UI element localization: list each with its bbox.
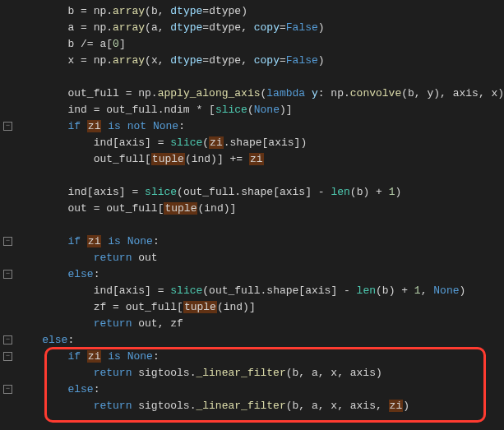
code-token: [ xyxy=(177,301,183,313)
code-line[interactable] xyxy=(16,168,504,184)
code-token: = xyxy=(202,5,209,17)
code-token: slice xyxy=(145,186,177,198)
code-token: tuple xyxy=(183,301,217,313)
code-token: axis xyxy=(350,400,376,412)
code-token: = xyxy=(106,301,125,313)
code-token xyxy=(121,120,127,132)
code-token: slice xyxy=(215,104,247,116)
code-token: x xyxy=(331,367,337,379)
fold-toggle-icon[interactable]: − xyxy=(3,270,12,279)
code-token: ind xyxy=(224,301,243,313)
code-token: slice xyxy=(170,284,202,297)
code-token: : xyxy=(94,383,100,395)
fold-toggle-icon[interactable]: − xyxy=(3,237,12,246)
code-token: ( xyxy=(247,104,254,116)
fold-toggle-icon[interactable]: − xyxy=(3,352,12,361)
code-token: ( xyxy=(202,284,209,297)
code-token: tuple xyxy=(164,202,197,215)
code-line[interactable] xyxy=(16,217,504,233)
code-line[interactable]: if zi is None: xyxy=(16,233,504,250)
code-token: ( xyxy=(286,400,293,412)
code-token: [ xyxy=(113,284,119,297)
code-token: , xyxy=(298,400,312,412)
fold-toggle-icon[interactable]: − xyxy=(3,122,12,131)
code-token: . xyxy=(344,87,350,99)
code-token: = xyxy=(280,21,286,34)
code-token: ) + xyxy=(389,284,414,297)
code-line[interactable]: if zi is None: xyxy=(16,349,504,365)
code-token: zf xyxy=(94,301,107,313)
code-token: a xyxy=(151,21,158,34)
code-line[interactable]: return out xyxy=(16,250,504,266)
code-token xyxy=(81,350,87,363)
code-line[interactable]: else: xyxy=(16,381,504,398)
code-token: out_full xyxy=(106,104,157,116)
fold-toggle-icon[interactable]: − xyxy=(3,385,12,394)
code-token: out_full xyxy=(126,301,177,313)
code-line[interactable]: ind[axis] = slice(zi.shape[axis]) xyxy=(16,135,504,151)
code-line[interactable]: b /= a[0] xyxy=(16,36,504,53)
code-token: ( xyxy=(145,5,151,17)
code-token: out_full xyxy=(209,284,260,297)
code-line[interactable]: return out, zf xyxy=(16,316,504,332)
code-token: [ xyxy=(106,38,113,50)
code-token: : xyxy=(153,235,160,247)
code-token: ] xyxy=(119,38,126,50)
code-token: return xyxy=(94,400,132,412)
code-token: shape xyxy=(241,186,273,198)
code-token: , xyxy=(337,367,350,379)
code-token: dtype xyxy=(170,5,202,17)
code-line[interactable]: b = np.array(b, dtype=dtype) xyxy=(16,3,504,20)
code-token: apply_along_axis xyxy=(158,87,261,99)
code-line[interactable]: else: xyxy=(16,332,504,349)
code-token: ( xyxy=(145,21,151,34)
code-token: ( xyxy=(286,367,293,379)
code-token: is xyxy=(108,350,121,363)
code-token: x xyxy=(151,54,158,67)
code-token: ) xyxy=(460,284,466,297)
code-token: , xyxy=(158,5,171,17)
code-line[interactable] xyxy=(16,69,504,86)
code-line[interactable]: x = np.array(x, dtype=dtype, copy=False) xyxy=(16,53,504,69)
code-editor[interactable]: −−−−−− b = np.array(b, dtype=dtype) a = … xyxy=(0,0,504,430)
code-area[interactable]: b = np.array(b, dtype=dtype) a = np.arra… xyxy=(16,0,504,430)
code-token: else xyxy=(67,383,93,395)
code-token: ( xyxy=(145,54,151,67)
code-token: len xyxy=(357,284,376,297)
code-token: )] += xyxy=(210,153,249,165)
code-token xyxy=(305,87,312,99)
code-token: ) xyxy=(241,5,247,17)
code-token: [ xyxy=(298,284,305,297)
code-token: if xyxy=(67,350,81,363)
code-token: zi xyxy=(87,350,102,363)
code-token: axis xyxy=(453,87,479,99)
code-token: out_full xyxy=(183,186,234,198)
code-line[interactable]: ind[axis] = slice(out_full.shape[axis] -… xyxy=(16,184,504,201)
code-token: = xyxy=(119,87,138,99)
code-token: a xyxy=(312,367,318,379)
code-token: )] xyxy=(280,104,293,116)
code-line[interactable]: a = np.array(a, dtype=dtype, copy=False) xyxy=(16,20,504,36)
code-line[interactable]: return sigtools._linear_filter(b, a, x, … xyxy=(16,365,504,381)
code-line[interactable]: if zi is not None: xyxy=(16,118,504,135)
code-token xyxy=(146,120,153,132)
code-line[interactable]: ind[axis] = slice(out_full.shape[axis] -… xyxy=(16,283,504,299)
code-token: len xyxy=(331,186,349,198)
code-token: ind xyxy=(67,186,86,198)
code-line[interactable]: out_full[tuple(ind)] += zi xyxy=(16,151,504,168)
code-token: ( xyxy=(185,153,192,165)
code-token: axis xyxy=(268,136,294,149)
code-line[interactable]: return sigtools._linear_filter(b, a, x, … xyxy=(16,398,504,414)
code-line[interactable]: out_full = np.apply_along_axis(lambda y:… xyxy=(16,86,504,102)
code-line[interactable]: ind = out_full.ndim * [slice(None)] xyxy=(16,102,504,118)
code-token: axis xyxy=(305,284,331,297)
code-token: if xyxy=(67,235,81,247)
code-token: = xyxy=(74,54,93,67)
code-token: ) xyxy=(403,400,409,412)
code-line[interactable]: zf = out_full[tuple(ind)] xyxy=(16,299,504,316)
code-line[interactable]: out = out_full[tuple(ind)] xyxy=(16,201,504,217)
code-token: zi xyxy=(87,235,102,247)
code-line[interactable]: else: xyxy=(16,266,504,283)
fold-toggle-icon[interactable]: − xyxy=(3,335,12,344)
code-token: , xyxy=(479,87,492,99)
